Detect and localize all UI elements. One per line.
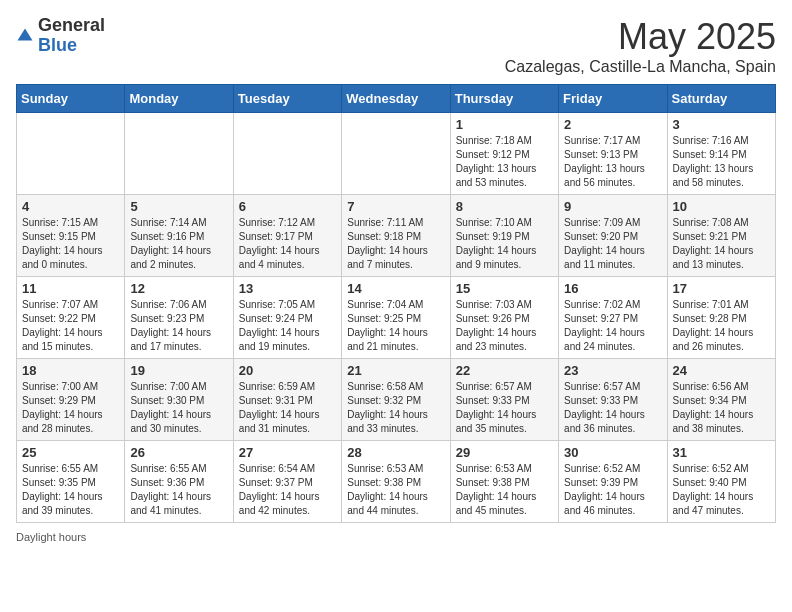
- location-subtitle: Cazalegas, Castille-La Mancha, Spain: [505, 58, 776, 76]
- day-number: 25: [22, 445, 119, 460]
- day-info: Sunrise: 7:18 AM Sunset: 9:12 PM Dayligh…: [456, 134, 553, 190]
- calendar-day-cell: 28Sunrise: 6:53 AM Sunset: 9:38 PM Dayli…: [342, 441, 450, 523]
- calendar-day-cell: [17, 113, 125, 195]
- calendar-day-cell: 13Sunrise: 7:05 AM Sunset: 9:24 PM Dayli…: [233, 277, 341, 359]
- calendar-day-cell: 21Sunrise: 6:58 AM Sunset: 9:32 PM Dayli…: [342, 359, 450, 441]
- calendar-day-cell: 14Sunrise: 7:04 AM Sunset: 9:25 PM Dayli…: [342, 277, 450, 359]
- day-info: Sunrise: 6:53 AM Sunset: 9:38 PM Dayligh…: [347, 462, 444, 518]
- calendar-day-cell: 6Sunrise: 7:12 AM Sunset: 9:17 PM Daylig…: [233, 195, 341, 277]
- day-number: 26: [130, 445, 227, 460]
- calendar-week-row: 11Sunrise: 7:07 AM Sunset: 9:22 PM Dayli…: [17, 277, 776, 359]
- day-number: 6: [239, 199, 336, 214]
- day-number: 5: [130, 199, 227, 214]
- day-number: 9: [564, 199, 661, 214]
- day-info: Sunrise: 6:52 AM Sunset: 9:39 PM Dayligh…: [564, 462, 661, 518]
- calendar-day-header: Monday: [125, 85, 233, 113]
- day-info: Sunrise: 7:07 AM Sunset: 9:22 PM Dayligh…: [22, 298, 119, 354]
- day-number: 22: [456, 363, 553, 378]
- calendar-day-cell: 20Sunrise: 6:59 AM Sunset: 9:31 PM Dayli…: [233, 359, 341, 441]
- day-number: 27: [239, 445, 336, 460]
- day-number: 2: [564, 117, 661, 132]
- day-info: Sunrise: 6:52 AM Sunset: 9:40 PM Dayligh…: [673, 462, 770, 518]
- logo-text: General Blue: [38, 16, 105, 56]
- day-info: Sunrise: 7:02 AM Sunset: 9:27 PM Dayligh…: [564, 298, 661, 354]
- calendar-day-cell: 5Sunrise: 7:14 AM Sunset: 9:16 PM Daylig…: [125, 195, 233, 277]
- calendar-day-header: Wednesday: [342, 85, 450, 113]
- day-info: Sunrise: 7:15 AM Sunset: 9:15 PM Dayligh…: [22, 216, 119, 272]
- footer-note: Daylight hours: [16, 531, 776, 543]
- day-info: Sunrise: 7:16 AM Sunset: 9:14 PM Dayligh…: [673, 134, 770, 190]
- day-number: 18: [22, 363, 119, 378]
- calendar: SundayMondayTuesdayWednesdayThursdayFrid…: [16, 84, 776, 523]
- calendar-day-cell: 11Sunrise: 7:07 AM Sunset: 9:22 PM Dayli…: [17, 277, 125, 359]
- day-info: Sunrise: 7:00 AM Sunset: 9:29 PM Dayligh…: [22, 380, 119, 436]
- day-number: 11: [22, 281, 119, 296]
- day-number: 31: [673, 445, 770, 460]
- day-info: Sunrise: 7:06 AM Sunset: 9:23 PM Dayligh…: [130, 298, 227, 354]
- day-number: 24: [673, 363, 770, 378]
- day-number: 23: [564, 363, 661, 378]
- logo-blue: Blue: [38, 36, 105, 56]
- day-info: Sunrise: 7:00 AM Sunset: 9:30 PM Dayligh…: [130, 380, 227, 436]
- calendar-day-cell: [125, 113, 233, 195]
- day-info: Sunrise: 6:57 AM Sunset: 9:33 PM Dayligh…: [456, 380, 553, 436]
- day-number: 20: [239, 363, 336, 378]
- calendar-day-cell: 24Sunrise: 6:56 AM Sunset: 9:34 PM Dayli…: [667, 359, 775, 441]
- day-number: 13: [239, 281, 336, 296]
- calendar-day-cell: 19Sunrise: 7:00 AM Sunset: 9:30 PM Dayli…: [125, 359, 233, 441]
- calendar-day-header: Thursday: [450, 85, 558, 113]
- calendar-header-row: SundayMondayTuesdayWednesdayThursdayFrid…: [17, 85, 776, 113]
- day-number: 14: [347, 281, 444, 296]
- calendar-week-row: 1Sunrise: 7:18 AM Sunset: 9:12 PM Daylig…: [17, 113, 776, 195]
- day-info: Sunrise: 7:09 AM Sunset: 9:20 PM Dayligh…: [564, 216, 661, 272]
- calendar-week-row: 4Sunrise: 7:15 AM Sunset: 9:15 PM Daylig…: [17, 195, 776, 277]
- month-title: May 2025: [505, 16, 776, 58]
- calendar-day-cell: 9Sunrise: 7:09 AM Sunset: 9:20 PM Daylig…: [559, 195, 667, 277]
- day-number: 8: [456, 199, 553, 214]
- calendar-week-row: 25Sunrise: 6:55 AM Sunset: 9:35 PM Dayli…: [17, 441, 776, 523]
- calendar-day-cell: 10Sunrise: 7:08 AM Sunset: 9:21 PM Dayli…: [667, 195, 775, 277]
- day-number: 12: [130, 281, 227, 296]
- day-info: Sunrise: 7:12 AM Sunset: 9:17 PM Dayligh…: [239, 216, 336, 272]
- day-number: 10: [673, 199, 770, 214]
- day-number: 7: [347, 199, 444, 214]
- day-info: Sunrise: 7:03 AM Sunset: 9:26 PM Dayligh…: [456, 298, 553, 354]
- calendar-day-cell: 26Sunrise: 6:55 AM Sunset: 9:36 PM Dayli…: [125, 441, 233, 523]
- calendar-day-cell: 1Sunrise: 7:18 AM Sunset: 9:12 PM Daylig…: [450, 113, 558, 195]
- day-number: 17: [673, 281, 770, 296]
- day-info: Sunrise: 6:56 AM Sunset: 9:34 PM Dayligh…: [673, 380, 770, 436]
- day-number: 30: [564, 445, 661, 460]
- day-number: 1: [456, 117, 553, 132]
- day-info: Sunrise: 6:57 AM Sunset: 9:33 PM Dayligh…: [564, 380, 661, 436]
- calendar-day-cell: 17Sunrise: 7:01 AM Sunset: 9:28 PM Dayli…: [667, 277, 775, 359]
- day-number: 21: [347, 363, 444, 378]
- day-info: Sunrise: 7:05 AM Sunset: 9:24 PM Dayligh…: [239, 298, 336, 354]
- daylight-label: Daylight hours: [16, 531, 86, 543]
- calendar-day-cell: 25Sunrise: 6:55 AM Sunset: 9:35 PM Dayli…: [17, 441, 125, 523]
- calendar-day-cell: 31Sunrise: 6:52 AM Sunset: 9:40 PM Dayli…: [667, 441, 775, 523]
- day-info: Sunrise: 6:55 AM Sunset: 9:36 PM Dayligh…: [130, 462, 227, 518]
- calendar-day-cell: 29Sunrise: 6:53 AM Sunset: 9:38 PM Dayli…: [450, 441, 558, 523]
- calendar-day-cell: 8Sunrise: 7:10 AM Sunset: 9:19 PM Daylig…: [450, 195, 558, 277]
- logo: General Blue: [16, 16, 105, 56]
- day-info: Sunrise: 7:17 AM Sunset: 9:13 PM Dayligh…: [564, 134, 661, 190]
- day-number: 3: [673, 117, 770, 132]
- day-info: Sunrise: 7:01 AM Sunset: 9:28 PM Dayligh…: [673, 298, 770, 354]
- day-number: 29: [456, 445, 553, 460]
- day-number: 19: [130, 363, 227, 378]
- calendar-day-header: Sunday: [17, 85, 125, 113]
- header: General Blue May 2025 Cazalegas, Castill…: [16, 16, 776, 76]
- calendar-day-header: Saturday: [667, 85, 775, 113]
- calendar-day-cell: 3Sunrise: 7:16 AM Sunset: 9:14 PM Daylig…: [667, 113, 775, 195]
- calendar-day-cell: 4Sunrise: 7:15 AM Sunset: 9:15 PM Daylig…: [17, 195, 125, 277]
- calendar-day-cell: 12Sunrise: 7:06 AM Sunset: 9:23 PM Dayli…: [125, 277, 233, 359]
- day-info: Sunrise: 7:10 AM Sunset: 9:19 PM Dayligh…: [456, 216, 553, 272]
- calendar-week-row: 18Sunrise: 7:00 AM Sunset: 9:29 PM Dayli…: [17, 359, 776, 441]
- calendar-day-cell: 15Sunrise: 7:03 AM Sunset: 9:26 PM Dayli…: [450, 277, 558, 359]
- calendar-day-cell: 2Sunrise: 7:17 AM Sunset: 9:13 PM Daylig…: [559, 113, 667, 195]
- day-number: 15: [456, 281, 553, 296]
- day-info: Sunrise: 6:54 AM Sunset: 9:37 PM Dayligh…: [239, 462, 336, 518]
- day-info: Sunrise: 6:58 AM Sunset: 9:32 PM Dayligh…: [347, 380, 444, 436]
- day-info: Sunrise: 6:55 AM Sunset: 9:35 PM Dayligh…: [22, 462, 119, 518]
- logo-general: General: [38, 16, 105, 36]
